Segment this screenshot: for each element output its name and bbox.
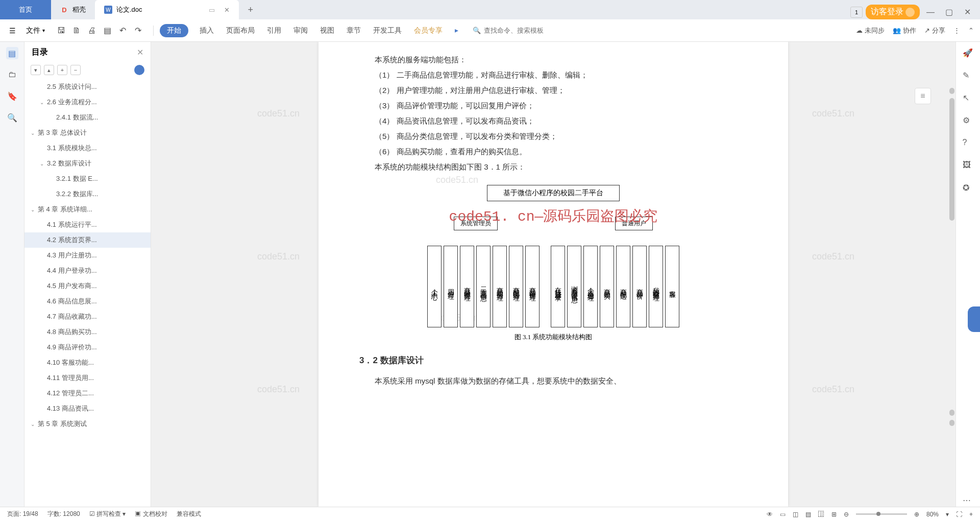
toc-item[interactable]: 3.2.2 数据库... [24, 186, 151, 202]
tab-close-icon[interactable]: ✕ [224, 6, 230, 14]
toc-item[interactable]: 4.4 用户登录功... [24, 263, 151, 278]
preview-icon[interactable]: ▤ [102, 26, 112, 36]
document-viewport[interactable]: ≡ code51.cn code51.cn code51.cn code51.c… [151, 42, 955, 507]
toc-item[interactable]: 3.1 系统模块总... [24, 140, 151, 156]
toc-add-icon[interactable]: + [57, 65, 67, 75]
zoom-thumb[interactable] [876, 512, 880, 516]
ribbon-insert[interactable]: 插入 [199, 24, 215, 37]
toc-item[interactable]: ⌄第 3 章 总体设计 [24, 125, 151, 140]
tab-shell[interactable]: D 稻壳 [51, 0, 95, 19]
ribbon-chapter[interactable]: 章节 [346, 24, 362, 37]
web-view-icon[interactable]: ◫ [793, 511, 798, 518]
search-box[interactable]: 🔍 [473, 27, 576, 34]
guest-login-button[interactable]: 访客登录 [866, 5, 920, 19]
panel-icon[interactable]: 1 [850, 7, 863, 18]
feedback-tab[interactable] [968, 306, 980, 332]
compat-mode[interactable]: 兼容模式 [177, 510, 201, 518]
toc-item[interactable]: 4.5 用户发布商... [24, 278, 151, 294]
search-input[interactable] [484, 27, 576, 34]
toc-item[interactable]: 4.9 商品评价功... [24, 340, 151, 355]
zoom-out-icon[interactable]: ⊖ [844, 511, 849, 518]
toc-item[interactable]: ⌄第 4 章 系统详细... [24, 202, 151, 217]
badge-icon[interactable]: ✪ [963, 183, 974, 194]
toc-item[interactable]: 4.12 管理员二... [24, 386, 151, 401]
collapse-pane-icon[interactable]: ≡ [915, 88, 931, 104]
toc-item[interactable]: 4.2 系统首页界... [24, 232, 151, 248]
toc-item[interactable]: 4.1 系统运行平... [24, 217, 151, 232]
cursor-icon[interactable]: ↖ [963, 93, 974, 104]
word-count[interactable]: 字数: 12080 [47, 510, 80, 518]
toc-expand-icon[interactable]: ▾ [31, 65, 41, 75]
add-view-icon[interactable]: + [969, 511, 973, 518]
help-icon[interactable]: ? [963, 138, 974, 149]
ribbon-member[interactable]: 会员专享 [413, 24, 444, 37]
zoom-dropdown-icon[interactable]: ▾ [946, 511, 949, 518]
toc-collapse-icon[interactable]: ▴ [44, 65, 54, 75]
tab-home[interactable]: 首页 [0, 0, 51, 19]
doc-proof[interactable]: ▣ 文档校对 [135, 510, 167, 518]
page-view-icon[interactable]: ▭ [780, 511, 786, 518]
ribbon-more-icon[interactable]: ▸ [454, 24, 459, 37]
tab-document[interactable]: W 论文.doc ▭ ✕ [95, 0, 239, 19]
toc-item[interactable]: ⌄2.6 业务流程分... [24, 94, 151, 110]
toc-item[interactable]: 4.6 商品信息展... [24, 294, 151, 309]
undo-icon[interactable]: ↶ [117, 26, 128, 36]
toc-item[interactable]: 2.5 系统设计问... [24, 79, 151, 94]
bookmark-icon[interactable]: 🔖 [6, 90, 18, 102]
toc-item[interactable]: ⌄第 5 章 系统测试 [24, 416, 151, 432]
fullscreen-icon[interactable]: ⛶ [956, 511, 962, 518]
page-counter[interactable]: 页面: 19/48 [7, 510, 38, 518]
outline-icon[interactable]: ▤ [6, 47, 18, 59]
fit-view-icon[interactable]: ⊞ [831, 511, 837, 518]
toc-item[interactable]: ⌄3.2 数据库设计 [24, 156, 151, 171]
unsync-button[interactable]: ☁未同步 [856, 26, 885, 35]
toc-ai-icon[interactable] [134, 65, 144, 75]
pen-icon[interactable]: ✎ [963, 70, 974, 82]
ribbon-layout[interactable]: 页面布局 [225, 24, 256, 37]
ribbon-reference[interactable]: 引用 [266, 24, 282, 37]
toc-item[interactable]: 4.7 商品收藏功... [24, 309, 151, 324]
minimize-button[interactable]: — [923, 8, 938, 17]
maximize-button[interactable]: ▢ [941, 7, 957, 17]
zoom-slider[interactable] [856, 513, 907, 515]
more-icon[interactable]: ⋮ [953, 27, 960, 34]
toc-item[interactable]: 4.11 管理员用... [24, 370, 151, 386]
toc-close-icon[interactable]: ✕ [137, 48, 143, 57]
coop-button[interactable]: 👥协作 [893, 26, 916, 35]
save-as-icon[interactable]: 🗎 [71, 26, 82, 36]
toc-item[interactable]: 4.8 商品购买功... [24, 324, 151, 340]
folder-icon[interactable]: 🗀 [6, 68, 18, 81]
share-button[interactable]: ↗分享 [924, 26, 945, 35]
reading-view-icon[interactable]: 👁 [767, 511, 773, 518]
toc-item[interactable]: 4.10 客服功能... [24, 355, 151, 370]
save-icon[interactable]: 🖫 [56, 26, 66, 36]
rocket-icon[interactable]: 🚀 [963, 48, 974, 59]
close-button[interactable]: ✕ [960, 7, 975, 17]
toc-item[interactable]: 4.13 商品资讯... [24, 401, 151, 416]
scrollbar-thumb[interactable] [949, 98, 954, 221]
toc-remove-icon[interactable]: − [70, 65, 81, 75]
find-icon[interactable]: 🔍 [6, 111, 18, 124]
collapse-ribbon-icon[interactable]: ⌃ [968, 27, 974, 34]
print-icon[interactable]: 🖨 [87, 26, 97, 36]
settings-icon[interactable]: ⚙ [963, 115, 974, 127]
ribbon-start[interactable]: 开始 [160, 24, 188, 37]
zoom-in-icon[interactable]: ⊕ [914, 511, 919, 518]
toc-item[interactable]: 3.2.1 数据 E... [24, 171, 151, 186]
image-icon[interactable]: 🖼 [963, 160, 974, 172]
toc-list[interactable]: 2.5 系统设计问...⌄2.6 业务流程分...2.4.1 数据流...⌄第 … [24, 79, 151, 507]
redo-icon[interactable]: ↷ [133, 26, 143, 36]
more-tools-icon[interactable]: ⋯ [963, 495, 974, 507]
ribbon-dev[interactable]: 开发工具 [372, 24, 403, 37]
outline-view-icon[interactable]: ▤ [805, 511, 811, 518]
toc-item[interactable]: 2.4.1 数据流... [24, 110, 151, 125]
ribbon-view[interactable]: 视图 [319, 24, 335, 37]
hamburger-icon[interactable]: ☰ [6, 27, 19, 35]
toc-item[interactable]: 4.3 用户注册功... [24, 248, 151, 263]
file-menu[interactable]: 文件 ▾ [23, 26, 48, 35]
split-view-icon[interactable]: ⿲ [818, 511, 824, 518]
spell-check[interactable]: ☑ 拼写检查 ▾ [89, 510, 126, 518]
tab-new[interactable]: + [239, 0, 263, 19]
tab-window-icon[interactable]: ▭ [208, 6, 216, 14]
zoom-level[interactable]: 80% [926, 511, 939, 518]
